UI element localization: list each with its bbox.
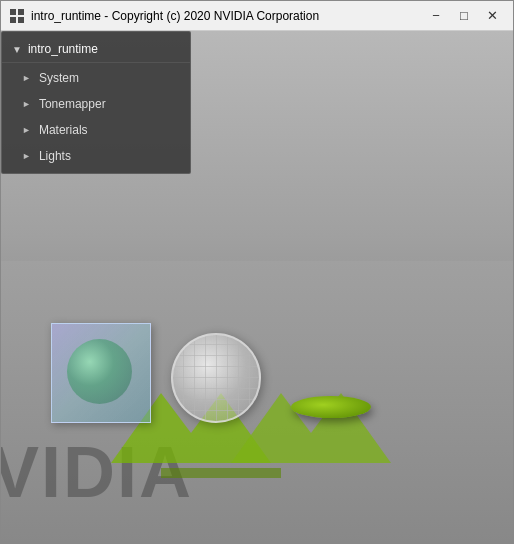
tonemapper-arrow-icon: ► (22, 99, 31, 109)
menu-item-materials-label: Materials (39, 123, 88, 137)
green-disc-object (291, 396, 371, 418)
menu-item-materials[interactable]: ► Materials (2, 117, 190, 143)
close-button[interactable]: ✕ (479, 6, 505, 26)
menu-item-lights-label: Lights (39, 149, 71, 163)
menu-header-label: intro_runtime (28, 42, 98, 56)
menu-item-system-label: System (39, 71, 79, 85)
menu-header-arrow: ▼ (12, 44, 22, 55)
menu-item-lights[interactable]: ► Lights (2, 143, 190, 169)
menu-panel: ▼ intro_runtime ► System ► Tonemapper ► … (1, 31, 191, 174)
app-icon (9, 8, 25, 24)
menu-header[interactable]: ▼ intro_runtime (2, 36, 190, 63)
scene-objects (51, 323, 371, 423)
lights-arrow-icon: ► (22, 151, 31, 161)
title-bar: intro_runtime - Copyright (c) 2020 NVIDI… (1, 1, 513, 31)
glass-cube-object (51, 323, 151, 423)
minimize-button[interactable]: − (423, 6, 449, 26)
wire-sphere-object (171, 333, 261, 423)
maximize-button[interactable]: □ (451, 6, 477, 26)
wire-sphere (171, 333, 261, 423)
system-arrow-icon: ► (22, 73, 31, 83)
svg-rect-0 (10, 9, 16, 15)
main-window: intro_runtime - Copyright (c) 2020 NVIDI… (0, 0, 514, 544)
svg-rect-1 (18, 9, 24, 15)
menu-item-tonemapper-label: Tonemapper (39, 97, 106, 111)
svg-rect-3 (18, 17, 24, 23)
content-area: VIDIA (1, 31, 513, 543)
window-controls: − □ ✕ (423, 6, 505, 26)
materials-arrow-icon: ► (22, 125, 31, 135)
menu-item-tonemapper[interactable]: ► Tonemapper (2, 91, 190, 117)
svg-rect-2 (10, 17, 16, 23)
menu-item-system[interactable]: ► System (2, 65, 190, 91)
window-title: intro_runtime - Copyright (c) 2020 NVIDI… (31, 9, 423, 23)
